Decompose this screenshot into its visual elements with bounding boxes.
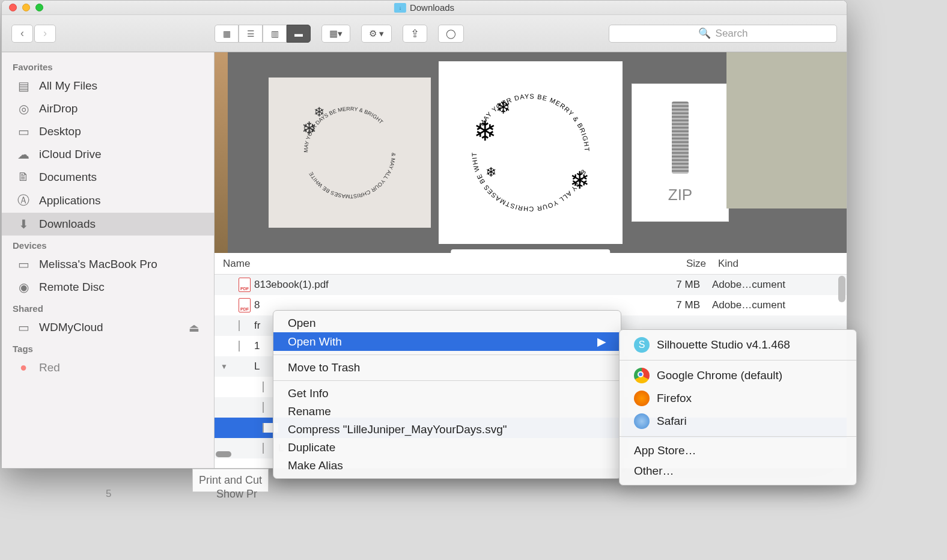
safari-icon [634,413,650,429]
menu-separator [620,436,856,437]
thumb-edge [215,52,228,253]
sidebar-heading: Shared [2,299,214,316]
menu-separator [273,355,621,355]
svg-text:❄: ❄ [473,115,497,147]
maximize-icon[interactable] [35,4,43,11]
search-icon: 🔍 [698,27,711,40]
svg-text:❄: ❄ [570,167,590,193]
zip-icon [672,102,689,174]
menu-get-info[interactable]: Get Info [273,385,621,403]
svg-text:❄: ❄ [302,118,317,138]
coverflow-view-button[interactable]: ▬ [287,25,311,43]
menu-rename[interactable]: Rename [273,403,621,421]
chrome-icon [634,368,650,383]
thumb-prev[interactable]: MAY YOUR DAYS BE MERRY & BRIGHT & MAY AL… [269,78,431,228]
search-input[interactable]: 🔍 Search [609,25,837,43]
minimize-icon[interactable] [22,4,30,11]
forward-button[interactable]: › [34,25,56,43]
context-menu: Open Open With▶ Move to Trash Get Info R… [273,310,621,479]
sidebar-item-documents[interactable]: 🗎Documents [2,166,214,188]
column-size[interactable]: Size [628,258,706,270]
window-title: ↓ Downloads [394,2,454,13]
sidebar-item-downloads[interactable]: ⬇Downloads [2,213,214,236]
close-icon[interactable] [9,4,17,11]
svg-text:❄: ❄ [496,97,511,117]
tag-red-icon: ● [16,361,31,374]
thumb-next[interactable] [726,52,847,208]
sidebar-heading: Favorites [2,57,214,75]
airdrop-icon: ◎ [16,102,31,116]
menu-make-alias[interactable]: Make Alias [273,457,621,475]
back-button[interactable]: ‹ [11,25,33,43]
documents-icon: 🗎 [16,170,31,184]
column-name[interactable]: Name [223,258,628,270]
all-files-icon: ▤ [16,79,31,93]
window-controls [9,4,43,11]
open-with-submenu: SSilhouette Studio v4.1.468 Google Chrom… [619,329,857,485]
image-icon [239,320,240,331]
h-scrollbar[interactable] [216,451,231,457]
svg-text:& MAY ALL YOUR CHRISTMASES BE : & MAY ALL YOUR CHRISTMASES BE WHITE [308,153,397,199]
menu-trash[interactable]: Move to Trash [273,359,621,377]
image-icon [263,422,264,433]
image-icon [263,382,264,392]
disclosure-icon[interactable]: ▼ [221,362,228,371]
desktop-icon: ▭ [16,124,31,139]
tags-button[interactable]: ◯ [438,25,464,43]
cloud-icon: ☁ [16,147,31,162]
column-view-button[interactable]: ▥ [263,25,287,43]
file-row[interactable]: PDF813ebook(1).pdf7 MBAdobe…cument [215,275,847,295]
list-view-button[interactable]: ☰ [239,25,263,43]
server-icon: ▭ [16,320,31,335]
icon-view-button[interactable]: ▦ [215,25,239,43]
sidebar-item-all-my-files[interactable]: ▤All My Files [2,75,214,97]
sidebar-item-applications[interactable]: ⒶApplications [2,188,214,213]
menu-duplicate[interactable]: Duplicate [273,439,621,457]
svg-preview: MAY YOUR DAYS BE MERRY & BRIGHT & MAY AL… [272,75,428,231]
menu-open[interactable]: Open [273,314,621,332]
svg-preview: MAY YOUR DAYS BE MERRY & BRIGHT & MAY AL… [452,75,609,231]
firefox-icon [634,391,650,406]
downloads-icon: ⬇ [16,217,31,231]
action-button[interactable]: ⚙ ▾ [361,25,392,43]
eject-icon[interactable]: ⏏ [189,321,199,335]
thumb-zip[interactable]: ZIP [632,84,729,222]
column-kind[interactable]: Kind [706,258,838,270]
app-store[interactable]: App Store… [620,440,856,461]
disc-icon: ◉ [16,280,31,294]
scrollbar-thumb[interactable] [838,276,845,302]
silhouette-icon: S [634,337,650,353]
title-text: Downloads [410,2,454,13]
sidebar-item-desktop[interactable]: ▭Desktop [2,120,214,143]
sidebar-item-airdrop[interactable]: ◎AirDrop [2,97,214,120]
toolbar: ‹ › ▦ ☰ ▥ ▬ ▦▾ ⚙ ▾ ⇪ ◯ 🔍 Search [2,15,847,52]
app-silhouette[interactable]: SSilhouette Studio v4.1.468 [620,333,856,356]
menu-separator [620,360,856,361]
thumb-selected[interactable]: MAY YOUR DAYS BE MERRY & BRIGHT & MAY AL… [439,61,623,244]
arrange-button[interactable]: ▦▾ [321,25,350,43]
sidebar-item-tag-red[interactable]: ●Red [2,356,214,379]
svg-text:❄: ❄ [486,165,496,180]
app-other[interactable]: Other… [620,461,856,481]
bg-num: 5 [106,488,111,500]
app-firefox[interactable]: Firefox [620,387,856,410]
image-icon [239,341,240,352]
sidebar-item-macbook[interactable]: ▭Melissa's MacBook Pro [2,253,214,276]
sidebar-item-remote-disc[interactable]: ◉Remote Disc [2,276,214,299]
sidebar-heading: Devices [2,236,214,253]
sidebar-item-wdmycloud[interactable]: ▭WDMyCloud⏏ [2,316,214,339]
menu-open-with[interactable]: Open With▶ [273,332,621,351]
app-safari[interactable]: Safari [620,410,856,433]
column-headers: Name Size Kind [215,253,847,275]
view-switcher: ▦ ☰ ▥ ▬ [215,25,311,43]
app-chrome[interactable]: Google Chrome (default) [620,364,856,387]
titlebar: ↓ Downloads [2,1,847,15]
laptop-icon: ▭ [16,257,31,272]
cover-flow[interactable]: MAY YOUR DAYS BE MERRY & BRIGHT & MAY AL… [215,52,847,253]
zip-label: ZIP [668,186,692,204]
chevron-right-icon: ▶ [597,335,606,348]
sidebar-item-icloud[interactable]: ☁iCloud Drive [2,143,214,166]
share-button[interactable]: ⇪ [403,25,427,43]
menu-compress[interactable]: Compress "LilleJuniper_MayYourDays.svg" [273,421,621,439]
bg-label: Show Pr [216,488,257,501]
